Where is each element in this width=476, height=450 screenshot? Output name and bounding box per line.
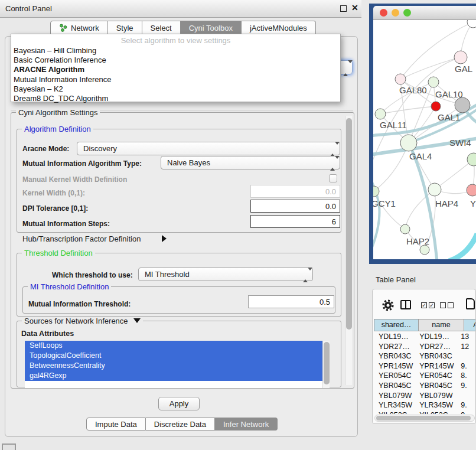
network-icon bbox=[59, 24, 67, 32]
table-body: YDL19…YDL19…13YDR27…YDR27…12YBR043CYBR04… bbox=[374, 332, 476, 414]
table-row[interactable]: YBR045CYBR045C9. bbox=[374, 381, 476, 391]
tab-select[interactable]: Select bbox=[142, 21, 181, 35]
mi-threshold-field[interactable]: 0.5 bbox=[248, 295, 334, 308]
attribute-item[interactable]: gal4RGexp bbox=[25, 371, 322, 381]
bottom-tab-discretize-data[interactable]: Discretize Data bbox=[146, 418, 215, 431]
network-node[interactable] bbox=[395, 74, 406, 84]
bottom-tab-infer-network[interactable]: Infer Network bbox=[215, 418, 278, 431]
network-edge-cyan[interactable] bbox=[449, 234, 476, 259]
column-header-A[interactable]: A bbox=[464, 319, 476, 331]
network-node[interactable] bbox=[375, 109, 386, 119]
threshold-definition-title: Threshold Definition bbox=[22, 249, 95, 257]
apply-button[interactable]: Apply bbox=[158, 397, 200, 410]
settings-scrollbar-thumb[interactable] bbox=[346, 118, 352, 330]
network-node[interactable] bbox=[420, 245, 429, 255]
network-edge[interactable] bbox=[380, 106, 436, 114]
data-attributes-list[interactable]: SelfLoopsTopologicalCoefficientBetweenne… bbox=[25, 341, 322, 388]
network-node[interactable] bbox=[467, 20, 476, 28]
attribute-item[interactable]: SelfLoops bbox=[25, 341, 322, 351]
table-row[interactable]: YBR043CYBR043C bbox=[374, 351, 476, 361]
algorithm-option[interactable]: Dream8 DC_TDC Algorithm bbox=[14, 94, 338, 103]
table-row[interactable]: YER054CYER054C8. bbox=[374, 371, 476, 381]
checked-box-icon: ✓ bbox=[429, 302, 435, 308]
document-icon[interactable] bbox=[466, 298, 475, 309]
network-node[interactable] bbox=[467, 184, 476, 196]
network-node[interactable] bbox=[454, 51, 467, 64]
mi-steps-field[interactable]: 6 bbox=[250, 215, 340, 228]
hub-section-label: Hub/Transcription Factor Definition bbox=[22, 234, 141, 243]
bottom-tab-impute-data[interactable]: Impute Data bbox=[86, 418, 146, 431]
network-window-titlebar[interactable] bbox=[373, 6, 476, 20]
network-canvas[interactable]: GALGAL80GAL10GAL1GAL11SWI4GAL4GCY1HAP4YH… bbox=[373, 20, 476, 259]
table-row[interactable]: YPR145WYPR145W9. bbox=[374, 361, 476, 371]
aracne-mode-combobox[interactable]: Discovery bbox=[77, 142, 340, 155]
close-icon[interactable]: ✕ bbox=[351, 3, 358, 12]
table-hscrollbar-thumb[interactable] bbox=[376, 416, 471, 420]
which-threshold-combobox[interactable]: MI Threshold bbox=[138, 268, 313, 281]
show-columns-icon[interactable] bbox=[400, 300, 411, 309]
mi-algorithm-type-combobox[interactable]: Naive Bayes bbox=[161, 156, 340, 169]
table-cell: YBR043C bbox=[415, 351, 456, 361]
tab-cyni-toolbox[interactable]: Cyni Toolbox bbox=[181, 21, 242, 35]
mi-steps-label: Mutual Information Steps: bbox=[22, 220, 110, 228]
tab-network[interactable]: Network bbox=[50, 21, 108, 35]
tab-style[interactable]: Style bbox=[108, 21, 142, 35]
close-traffic-light[interactable] bbox=[380, 9, 387, 17]
dpi-tolerance-field[interactable]: 0.0 bbox=[250, 200, 340, 213]
table-row[interactable]: YLR345WYLR345W9. bbox=[374, 400, 476, 410]
expand-arrow-icon[interactable] bbox=[162, 235, 167, 242]
network-edge[interactable] bbox=[373, 57, 461, 162]
algorithm-list: Bayesian – Hill ClimbingBasic Correlatio… bbox=[14, 46, 338, 103]
which-threshold-label: Which threshold to use: bbox=[52, 271, 133, 279]
table-row[interactable]: YIL052CYIL052C9 bbox=[374, 410, 476, 414]
attributes-scrollbar-thumb[interactable] bbox=[324, 342, 330, 384]
network-node[interactable] bbox=[455, 97, 470, 113]
collapse-arrow-icon[interactable] bbox=[133, 318, 141, 323]
float-window-icon[interactable] bbox=[340, 5, 347, 12]
attributes-scrollbar-track[interactable] bbox=[322, 341, 330, 388]
column-header-name[interactable]: name bbox=[419, 319, 464, 331]
select-all-columns-icon[interactable]: ✓✓ bbox=[421, 302, 435, 308]
network-node[interactable] bbox=[400, 135, 417, 151]
table-cell: YBL079W bbox=[415, 391, 456, 401]
table-cell: YIL052C bbox=[374, 410, 415, 414]
minimize-traffic-light[interactable] bbox=[392, 9, 399, 17]
algorithm-option[interactable]: ARACNE Algorithm bbox=[14, 65, 338, 74]
tab-jactivemnodules[interactable]: jActiveMNodules bbox=[242, 21, 316, 35]
bottom-tabs: Impute DataDiscretize DataInfer Network bbox=[86, 418, 278, 431]
unselect-all-columns-icon[interactable] bbox=[440, 302, 454, 308]
algorithm-option[interactable]: Basic Correlation Inference bbox=[14, 56, 338, 65]
spinner-arrows-icon bbox=[303, 270, 308, 279]
table-cell: YIL052C bbox=[415, 410, 456, 414]
network-node[interactable] bbox=[431, 102, 441, 111]
table-cell: YDR27… bbox=[374, 342, 415, 352]
zoom-traffic-light[interactable] bbox=[403, 9, 411, 17]
network-node[interactable] bbox=[428, 183, 441, 196]
table-row[interactable]: YDR27…YDR27…12 bbox=[374, 342, 476, 352]
minimized-panel-icon[interactable] bbox=[2, 444, 16, 450]
table-cell: 13 bbox=[456, 332, 476, 342]
attribute-item[interactable]: TopologicalCoefficient bbox=[25, 351, 322, 361]
algorithm-option[interactable]: Bayesian – K2 bbox=[14, 84, 338, 94]
column-header-shared[interactable]: shared… bbox=[374, 319, 419, 331]
checked-box-icon: ✓ bbox=[421, 302, 427, 308]
table-hscrollbar-track[interactable] bbox=[374, 415, 475, 422]
table-cell: YBR043C bbox=[374, 351, 415, 361]
table-row[interactable]: YDL19…YDL19…13 bbox=[374, 332, 476, 342]
algorithm-option[interactable]: Bayesian – Hill Climbing bbox=[14, 46, 338, 56]
spinner-arrows-icon bbox=[343, 63, 348, 74]
network-node[interactable] bbox=[428, 77, 439, 87]
network-edge[interactable] bbox=[435, 159, 474, 190]
network-node[interactable] bbox=[400, 224, 410, 234]
table-cell: YLR345W bbox=[415, 400, 456, 410]
algorithm-option[interactable]: Mutual Information Inference bbox=[14, 75, 338, 84]
table-cell: YBL079W bbox=[374, 391, 415, 401]
attribute-item[interactable]: BetweennessCentrality bbox=[25, 361, 322, 371]
table-cell bbox=[456, 351, 476, 361]
settings-scrollbar-track[interactable] bbox=[345, 116, 352, 385]
table-row[interactable]: YBL079WYBL079W bbox=[374, 391, 476, 401]
manual-kernel-width-checkbox[interactable] bbox=[329, 174, 337, 182]
kernel-width-field[interactable]: 0.0 bbox=[250, 185, 340, 198]
gear-icon[interactable] bbox=[382, 299, 394, 311]
control-panel-titlebar: Control Panel ✕ bbox=[0, 0, 361, 18]
